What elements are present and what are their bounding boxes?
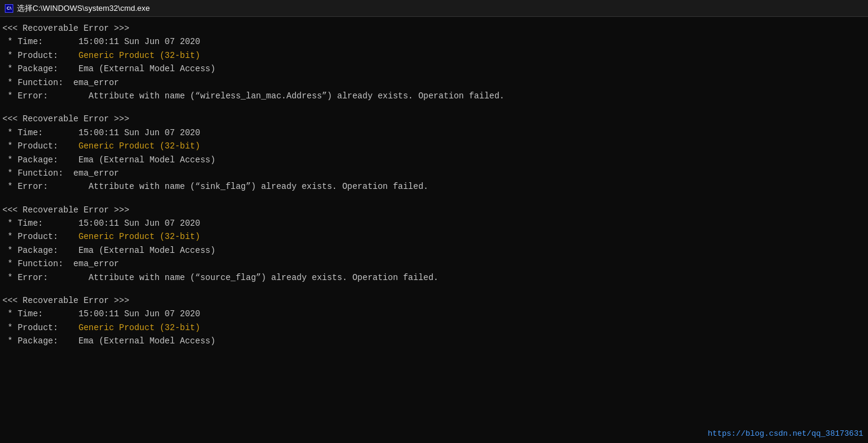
error-value-1: Attribute with name (“wireless_lan_mac.A… [68, 91, 505, 101]
function-label-3: * Function: [2, 259, 68, 269]
time-value-2: 15:00:11 Sun Jun 07 2020 [68, 128, 200, 138]
product-label-4: * Product: [2, 323, 68, 333]
error-error-2: * Error: Attribute with name (“sink_flag… [2, 180, 866, 193]
error-function-1: * Function: ema_error [2, 76, 866, 89]
product-value-1: Generic Product (32-bit) [68, 51, 200, 60]
product-label-3: * Product: [2, 232, 68, 241]
title-bar-text: 选择C:\WINDOWS\system32\cmd.exe [17, 3, 150, 14]
error-package-2: * Package: Ema (External Model Access) [2, 153, 866, 167]
error-block-1: <<< Recoverable Error >>> * Time: 15:00:… [2, 22, 866, 103]
error-package-1: * Package: Ema (External Model Access) [2, 62, 866, 75]
error-label-2: * Error: [2, 182, 68, 191]
error-package-4: * Package: Ema (External Model Access) [2, 334, 866, 348]
package-value-4: Ema (External Model Access) [68, 336, 215, 346]
error-time-2: * Time: 15:00:11 Sun Jun 07 2020 [2, 126, 866, 139]
package-label-2: * Package: [2, 155, 68, 165]
time-label-4: * Time: [2, 309, 68, 319]
error-header-3: <<< Recoverable Error >>> [2, 203, 866, 217]
function-value-2: ema_error [68, 168, 119, 178]
error-function-3: * Function: ema_error [2, 257, 866, 270]
product-value-3: Generic Product (32-bit) [68, 232, 200, 241]
function-value-3: ema_error [68, 259, 119, 269]
package-label-3: * Package: [2, 246, 68, 255]
function-label-2: * Function: [2, 168, 68, 178]
error-header-1: <<< Recoverable Error >>> [2, 22, 866, 35]
error-time-3: * Time: 15:00:11 Sun Jun 07 2020 [2, 217, 866, 230]
product-value-2: Generic Product (32-bit) [68, 141, 200, 151]
time-label-1: * Time: [2, 37, 68, 46]
error-value-2: Attribute with name (“sink_flag”) alread… [68, 182, 429, 191]
error-block-3: <<< Recoverable Error >>> * Time: 15:00:… [2, 203, 866, 284]
time-value-1: 15:00:11 Sun Jun 07 2020 [68, 37, 200, 46]
error-error-1: * Error: Attribute with name (“wireless_… [2, 89, 866, 103]
error-package-3: * Package: Ema (External Model Access) [2, 244, 866, 257]
package-label-4: * Package: [2, 336, 68, 346]
time-label-3: * Time: [2, 218, 68, 228]
error-header-2: <<< Recoverable Error >>> [2, 112, 866, 126]
product-label-1: * Product: [2, 51, 68, 60]
error-product-4: * Product: Generic Product (32-bit) [2, 321, 866, 334]
product-label-2: * Product: [2, 141, 68, 151]
package-value-2: Ema (External Model Access) [68, 155, 215, 165]
error-product-2: * Product: Generic Product (32-bit) [2, 139, 866, 153]
time-value-3: 15:00:11 Sun Jun 07 2020 [68, 218, 200, 228]
console-body: <<< Recoverable Error >>> * Time: 15:00:… [0, 17, 868, 443]
error-function-2: * Function: ema_error [2, 167, 866, 180]
error-header-4: <<< Recoverable Error >>> [2, 294, 866, 307]
error-block-2: <<< Recoverable Error >>> * Time: 15:00:… [2, 112, 866, 193]
error-label-3: * Error: [2, 273, 68, 282]
function-label-1: * Function: [2, 78, 68, 88]
function-value-1: ema_error [68, 78, 119, 88]
error-product-1: * Product: Generic Product (32-bit) [2, 49, 866, 62]
error-error-3: * Error: Attribute with name (“source_fl… [2, 271, 866, 284]
package-label-1: * Package: [2, 64, 68, 74]
error-block-4: <<< Recoverable Error >>> * Time: 15:00:… [2, 294, 866, 348]
csdn-link[interactable]: https://blog.csdn.net/qq_38173631 [708, 429, 863, 438]
package-value-1: Ema (External Model Access) [68, 64, 215, 74]
error-value-3: Attribute with name (“source_flag”) alre… [68, 273, 438, 282]
error-time-1: * Time: 15:00:11 Sun Jun 07 2020 [2, 35, 866, 48]
error-time-4: * Time: 15:00:11 Sun Jun 07 2020 [2, 307, 866, 320]
product-value-4: Generic Product (32-bit) [68, 323, 200, 333]
time-label-2: * Time: [2, 128, 68, 138]
title-bar: C\ 选择C:\WINDOWS\system32\cmd.exe [0, 0, 868, 17]
time-value-4: 15:00:11 Sun Jun 07 2020 [68, 309, 200, 319]
error-product-3: * Product: Generic Product (32-bit) [2, 230, 866, 243]
package-value-3: Ema (External Model Access) [68, 246, 215, 255]
error-label-1: * Error: [2, 91, 68, 101]
cmd-icon: C\ [5, 4, 13, 13]
